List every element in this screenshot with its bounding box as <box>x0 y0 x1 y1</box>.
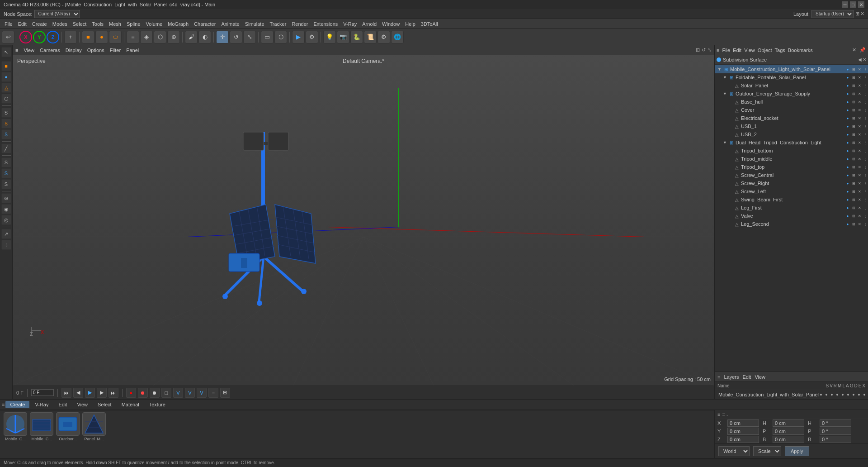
tree-ctrl-solar_panel-0[interactable]: ● <box>845 83 850 88</box>
tree-ctrl-leg_first-2[interactable]: ✕ <box>857 205 862 210</box>
tree-item-dual_head_tripod[interactable]: ▼⊞Dual_Head_Tripod_Construction_Light●⊞✕… <box>715 138 868 147</box>
tree-ctrl-screw_central-3[interactable]: ⋮ <box>863 172 868 178</box>
tab-vray[interactable]: V-Ray <box>30 401 53 408</box>
layer-icon-d[interactable]: ● <box>857 392 861 397</box>
tree-ctrl-screw_right-0[interactable]: ● <box>845 181 850 186</box>
left-tool-sphere[interactable]: ● <box>1 72 11 82</box>
menu-item-spline[interactable]: Spline <box>124 20 143 28</box>
apply-button[interactable]: Apply <box>785 446 809 456</box>
size-b-input[interactable] <box>820 436 851 443</box>
viewport-view-menu[interactable]: View <box>24 48 34 53</box>
tree-ctrl-screw_central-0[interactable]: ● <box>845 172 850 178</box>
tree-ctrl-cover-3[interactable]: ⋮ <box>863 107 868 113</box>
v2-btn[interactable]: V <box>185 388 195 398</box>
menu-item-mograph[interactable]: MoGraph <box>165 20 191 28</box>
tree-item-mobile_construction[interactable]: ▼⊞Mobile_Construction_Light_with_Solar_P… <box>715 65 868 73</box>
menu-item-modes[interactable]: Modes <box>50 20 70 28</box>
menu-item-v-ray[interactable]: V-Ray <box>340 20 359 28</box>
add-button[interactable]: + <box>64 31 77 43</box>
tree-ctrl-swing_beam-3[interactable]: ⋮ <box>863 197 868 202</box>
script-btn[interactable]: 📜 <box>364 31 377 43</box>
right-header-menu[interactable]: ≡ <box>717 48 719 53</box>
tab-select[interactable]: Select <box>93 401 116 408</box>
layer-icon-s[interactable]: ● <box>819 392 823 397</box>
tool4[interactable]: ⊕ <box>167 31 180 43</box>
tab-view[interactable]: View <box>72 401 92 408</box>
viewport-panel-menu[interactable]: Panel <box>126 48 139 53</box>
tree-item-usb2[interactable]: △USB_2●⊞✕⋮ <box>715 130 868 138</box>
scale-tool[interactable]: ⤡ <box>243 31 256 43</box>
right-header-object[interactable]: Object <box>758 48 772 53</box>
tree-item-valve[interactable]: △Valve●⊞✕⋮ <box>715 212 868 220</box>
light-btn[interactable]: 💡 <box>323 31 336 43</box>
tree-item-screw_central[interactable]: △Screw_Central●⊞✕⋮ <box>715 171 868 179</box>
sub-close-btn[interactable]: ✕ <box>863 57 866 62</box>
tree-item-cover[interactable]: △Cover●⊞✕⋮ <box>715 106 868 114</box>
tree-ctrl-tripod_middle-0[interactable]: ● <box>845 156 850 162</box>
tree-ctrl-screw_central-1[interactable]: ⊞ <box>851 172 856 178</box>
render-btn[interactable]: ▶ <box>292 31 305 43</box>
tree-ctrl-swing_beam-1[interactable]: ⊞ <box>851 197 856 202</box>
cylinder-button[interactable]: ⬭ <box>109 31 122 43</box>
tree-ctrl-mobile_construction-2[interactable]: ✕ <box>857 67 862 72</box>
bottom-menu[interactable]: ≡ <box>2 402 5 407</box>
coord-y-input[interactable] <box>727 428 759 435</box>
menu-item-tracker[interactable]: Tracker <box>267 20 289 28</box>
globe-btn[interactable]: 🌐 <box>391 31 404 43</box>
tree-ctrl-dual_head_tripod-1[interactable]: ⊞ <box>851 140 856 145</box>
tree-ctrl-foldable_solar-1[interactable]: ⊞ <box>851 75 856 80</box>
asset-thumb-1[interactable]: Mobile_C... <box>4 412 27 441</box>
move-tool[interactable]: ✛ <box>216 31 229 43</box>
tree-ctrl-leg_second-2[interactable]: ✕ <box>857 221 862 227</box>
asset-thumb-3[interactable]: Outdoor... <box>56 412 80 441</box>
tree-item-swing_beam[interactable]: △Swing_Beam_First●⊞✕⋮ <box>715 195 868 204</box>
tree-ctrl-usb1-3[interactable]: ⋮ <box>863 124 868 129</box>
coords-menu[interactable]: ≡ <box>717 412 720 417</box>
tree-ctrl-cover-0[interactable]: ● <box>845 107 850 113</box>
left-tool-line[interactable]: ╱ <box>1 143 11 153</box>
settings-btn[interactable]: ⚙ <box>306 31 318 43</box>
tree-ctrl-electrical_socket-2[interactable]: ✕ <box>857 115 862 121</box>
viewport-menu-icon[interactable]: ≡ <box>15 48 18 53</box>
menu-item-animate[interactable]: Animate <box>218 20 242 28</box>
tree-item-leg_second[interactable]: △Leg_Second●⊞✕⋮ <box>715 220 868 228</box>
tree-item-usb1[interactable]: △USB_1●⊞✕⋮ <box>715 122 868 130</box>
y-axis-btn[interactable]: Y <box>33 31 46 43</box>
tree-item-outdoor_energy[interactable]: ▼⊞Outdoor_Energy_Storage_Supply●⊞✕⋮ <box>715 90 868 98</box>
tree-item-tripod_top[interactable]: △Tripod_top●⊞✕⋮ <box>715 163 868 171</box>
tree-ctrl-leg_first-1[interactable]: ⊞ <box>851 205 856 210</box>
left-tool-deform[interactable]: ⊛ <box>1 193 11 203</box>
tree-ctrl-leg_second-0[interactable]: ● <box>845 221 850 227</box>
tree-ctrl-outdoor_energy-3[interactable]: ⋮ <box>863 91 868 96</box>
layer-icon-e[interactable]: ● <box>862 392 867 397</box>
left-tool-arrow[interactable]: ↗ <box>1 229 11 239</box>
tree-ctrl-solar_panel-2[interactable]: ✕ <box>857 83 862 88</box>
tree-ctrl-dual_head_tripod-2[interactable]: ✕ <box>857 140 862 145</box>
viewport-icon3[interactable]: ⤡ <box>708 47 712 53</box>
left-tool-spline3[interactable]: S <box>1 179 11 189</box>
asset-thumb-4[interactable]: Panel_M... <box>82 412 106 441</box>
tree-ctrl-dual_head_tripod-0[interactable]: ● <box>845 140 850 145</box>
tree-ctrl-electrical_socket-3[interactable]: ⋮ <box>863 115 868 121</box>
tree-ctrl-leg_second-3[interactable]: ⋮ <box>863 221 868 227</box>
layer-icon-l[interactable]: ● <box>840 392 845 397</box>
left-tool-s3[interactable]: $ <box>1 129 11 139</box>
menu-item-extensions[interactable]: Extensions <box>311 20 340 28</box>
layer-icon-m[interactable]: ● <box>835 392 840 397</box>
play-btn[interactable]: ▶ <box>85 388 95 398</box>
viewport-filter-menu[interactable]: Filter <box>110 48 121 53</box>
tree-ctrl-leg_second-1[interactable]: ⊞ <box>851 221 856 227</box>
tree-ctrl-screw_right-2[interactable]: ✕ <box>857 181 862 186</box>
tree-ctrl-mobile_construction-3[interactable]: ⋮ <box>863 67 868 72</box>
left-tool-cube[interactable]: ■ <box>1 61 11 71</box>
coord-b-input[interactable] <box>773 436 804 443</box>
tree-ctrl-tripod_bottom-0[interactable]: ● <box>845 148 850 153</box>
tree-ctrl-electrical_socket-1[interactable]: ⊞ <box>851 115 856 121</box>
python-btn[interactable]: 🐍 <box>350 31 363 43</box>
tool1[interactable]: ≡ <box>127 31 139 43</box>
menu-item-volume[interactable]: Volume <box>143 20 165 28</box>
layout-icon2[interactable]: ✕ <box>860 11 864 17</box>
coord-x-input[interactable] <box>727 419 759 427</box>
right-header-pin-btn[interactable]: 📌 <box>859 47 866 54</box>
layers-row[interactable]: Mobile_Construction_Light_with_Solar_Pan… <box>715 390 868 399</box>
